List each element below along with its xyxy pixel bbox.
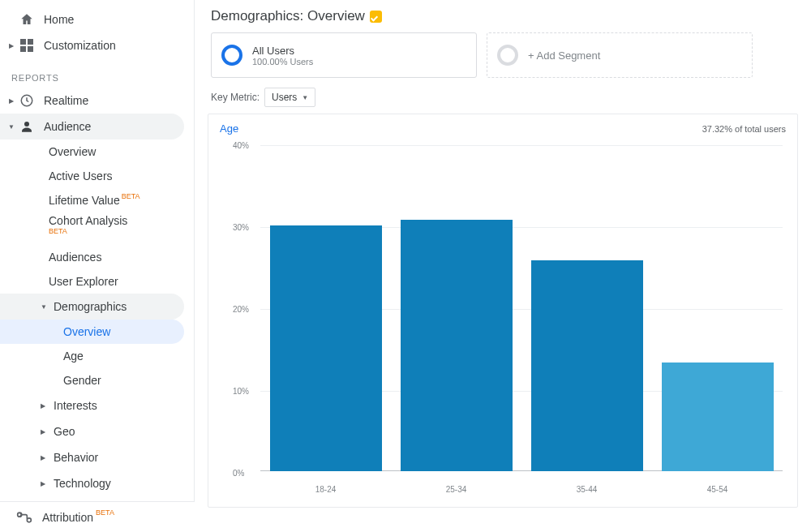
home-icon: [18, 11, 36, 28]
nav-attribution-label: Attribution: [42, 511, 93, 524]
page-title: Demographics: Overview: [208, 5, 798, 32]
chart-bars: [260, 144, 783, 471]
page-title-text: Demographics: Overview: [211, 8, 365, 24]
beta-badge: BETA: [96, 508, 114, 517]
sidebar-item-label: Cohort Analysis: [49, 214, 127, 227]
sidebar-item-lifetime-value[interactable]: Lifetime ValueBETA: [0, 188, 194, 212]
svg-rect-0: [20, 39, 26, 45]
sidebar-item-active-users[interactable]: Active Users: [0, 164, 194, 188]
keymetric-row: Key Metric: Users ▼: [211, 88, 798, 107]
caret-right-icon: ▶: [6, 97, 16, 105]
sidebar-item-overview[interactable]: Overview: [0, 139, 194, 164]
sidebar-item-label: User Explorer: [49, 275, 118, 288]
chart-x-tick-label: 18-24: [270, 485, 382, 494]
sidebar-item-label: Active Users: [49, 169, 113, 182]
sidebar-item-cohort-analysis[interactable]: Cohort AnalysisBETA: [0, 212, 194, 245]
sidebar-group-label: Behavior: [54, 451, 98, 464]
chart-y-tick-label: 10%: [233, 387, 249, 396]
chart-y-tick-label: 20%: [233, 305, 249, 314]
chart-header: Age 37.32% of total users: [220, 122, 786, 135]
caret-right-icon: ▶: [41, 454, 49, 461]
nav-home-label: Home: [44, 13, 74, 26]
sidebar-group-demographics[interactable]: ▼ Demographics: [0, 294, 184, 320]
sidebar-group-behavior[interactable]: ▶ Behavior: [0, 444, 194, 470]
chart-title[interactable]: Age: [220, 122, 238, 135]
keymetric-label: Key Metric:: [211, 92, 260, 103]
svg-point-5: [24, 122, 29, 127]
chart-x-tick-label: 35-44: [531, 485, 643, 494]
sidebar-group-technology[interactable]: ▶ Technology: [0, 470, 194, 496]
chevron-down-icon: ▼: [302, 94, 308, 101]
segment-subtitle: 100.00% Users: [252, 57, 313, 66]
caret-right-icon: ▶: [41, 402, 49, 410]
caret-down-icon: ▼: [6, 123, 16, 131]
nav-audience-label: Audience: [44, 120, 91, 133]
sidebar-group-label: Demographics: [54, 300, 127, 313]
keymetric-value: Users: [272, 92, 297, 103]
main-content: Demographics: Overview All Users 100.00%…: [195, 0, 811, 532]
person-icon: [18, 118, 36, 135]
sidebar-item-label: Gender: [63, 374, 101, 387]
chart-bar[interactable]: [401, 220, 513, 471]
chart-y-tick-label: 0%: [233, 469, 244, 478]
sidebar-item-user-explorer[interactable]: User Explorer: [0, 269, 194, 294]
sidebar: Home ▶ Customization REPORTS ▶ Realtime …: [0, 0, 195, 532]
chart-x-tick-label: 45-54: [662, 485, 774, 494]
beta-badge: BETA: [49, 227, 194, 235]
segment-title: All Users: [252, 45, 313, 57]
reports-header: REPORTS: [0, 58, 194, 88]
segment-text: All Users 100.00% Users: [252, 45, 313, 66]
caret-down-icon: ▼: [41, 303, 49, 311]
sidebar-group-label: Technology: [54, 477, 111, 490]
sidebar-item-label: Overview: [49, 145, 96, 158]
sidebar-item-audiences[interactable]: Audiences: [0, 245, 194, 269]
svg-rect-1: [28, 39, 33, 45]
segment-all-users[interactable]: All Users 100.00% Users: [211, 32, 477, 78]
nav-customization-label: Customization: [44, 39, 116, 52]
sidebar-item-demographics-overview[interactable]: Overview: [0, 320, 184, 344]
chart-bar[interactable]: [662, 363, 774, 471]
sidebar-item-label: Lifetime Value: [49, 194, 120, 207]
sidebar-group-label: Geo: [54, 425, 75, 438]
sidebar-item-label: Audiences: [49, 251, 101, 264]
svg-rect-3: [28, 46, 33, 52]
nav-realtime-label: Realtime: [44, 94, 88, 107]
caret-right-icon: ▶: [41, 480, 49, 487]
segment-add-label: + Add Segment: [528, 49, 600, 62]
chart-x-axis: 18-2425-3435-4445-54: [260, 485, 783, 494]
nav-home[interactable]: Home: [0, 6, 194, 32]
sidebar-item-label: Age: [63, 350, 84, 363]
sidebar-item-label: Overview: [63, 325, 110, 338]
segment-circle-icon: [221, 45, 242, 66]
caret-right-icon: ▶: [41, 428, 49, 435]
sidebar-item-demographics-gender[interactable]: Gender: [0, 368, 194, 393]
segment-circle-icon: [497, 45, 518, 66]
chart-card: Age 37.32% of total users 18-2425-3435-4…: [208, 114, 798, 508]
attribution-icon: [16, 511, 34, 524]
segment-add[interactable]: + Add Segment: [487, 32, 753, 78]
chart-note: 37.32% of total users: [702, 124, 786, 134]
svg-rect-2: [20, 46, 26, 52]
chart-y-tick-label: 30%: [233, 223, 249, 232]
sidebar-group-interests[interactable]: ▶ Interests: [0, 393, 194, 418]
nav-realtime[interactable]: ▶ Realtime: [0, 88, 194, 114]
sidebar-item-demographics-age[interactable]: Age: [0, 344, 194, 368]
nav-customization[interactable]: ▶ Customization: [0, 32, 194, 58]
keymetric-select[interactable]: Users ▼: [264, 88, 315, 107]
chart-bar[interactable]: [531, 260, 643, 471]
sidebar-group-geo[interactable]: ▶ Geo: [0, 418, 194, 444]
chart-bar[interactable]: [270, 225, 382, 471]
clock-icon: [18, 92, 36, 109]
nav-attribution[interactable]: Attribution BETA: [0, 501, 195, 532]
beta-badge: BETA: [122, 192, 140, 200]
chart-x-tick-label: 25-34: [401, 485, 513, 494]
segment-row: All Users 100.00% Users + Add Segment: [208, 32, 798, 78]
sidebar-group-label: Interests: [54, 399, 97, 412]
customization-icon: [18, 36, 36, 54]
chart-y-tick-label: 40%: [233, 141, 249, 150]
caret-right-icon: ▶: [6, 42, 16, 49]
nav-audience[interactable]: ▼ Audience: [0, 114, 184, 139]
verified-badge-icon: [370, 11, 382, 23]
